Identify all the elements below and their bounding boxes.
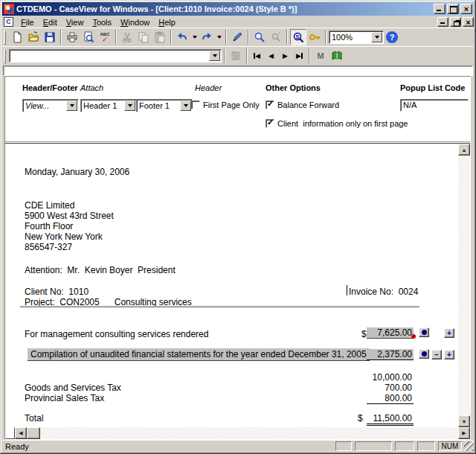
balance-forward-checkbox-box[interactable] bbox=[266, 100, 274, 109]
status-panel bbox=[335, 441, 352, 451]
popup-list-code-input[interactable]: N/A bbox=[400, 99, 469, 112]
menu-view[interactable]: View bbox=[62, 17, 89, 28]
line2-amount-cell[interactable]: 2,375.00 bbox=[367, 349, 414, 360]
zoom-dropdown-icon[interactable] bbox=[371, 32, 382, 42]
header-dropdown-icon[interactable] bbox=[124, 100, 135, 111]
print-preview-button[interactable] bbox=[80, 29, 97, 45]
help-button[interactable] bbox=[384, 29, 400, 45]
redo-button[interactable] bbox=[199, 29, 215, 45]
field-properties-button[interactable] bbox=[228, 48, 244, 64]
view-dropdown-icon[interactable] bbox=[66, 100, 77, 111]
pane-split-box[interactable] bbox=[5, 427, 15, 439]
scroll-down-icon[interactable]: ▼ bbox=[458, 415, 470, 427]
line2-description-cell[interactable]: Compilation of unaudited financial state… bbox=[28, 348, 370, 361]
annotation-dot-icon bbox=[411, 334, 416, 339]
cell-reference-combobox[interactable] bbox=[9, 49, 222, 63]
footer-dropdown[interactable]: Footer 1 bbox=[136, 99, 193, 112]
redo-dropdown-icon[interactable] bbox=[215, 29, 223, 45]
line1-amount-cell[interactable]: 7,625.00 bbox=[367, 327, 414, 339]
popup-dot-icon bbox=[422, 330, 427, 335]
undo-dropdown-icon[interactable] bbox=[190, 29, 199, 45]
line1-add-button[interactable]: + bbox=[444, 328, 454, 338]
invoice-page[interactable]: Monday, January 30, 2006 CDE Limited 590… bbox=[5, 144, 458, 427]
client-info-checkbox[interactable]: Client information only on first page bbox=[266, 119, 408, 128]
gst-amount: 700.00 bbox=[367, 383, 414, 393]
horizontal-scroll-thumb[interactable] bbox=[27, 427, 40, 439]
toolbar-separator bbox=[225, 30, 227, 45]
application-window: CTDEMO - CaseView for Windows - [Client:… bbox=[0, 0, 476, 454]
scroll-up-icon[interactable]: ▲ bbox=[458, 144, 470, 156]
protection-key-button[interactable] bbox=[306, 29, 323, 45]
header-dropdown[interactable]: Header 1 bbox=[80, 99, 137, 112]
toolbar-separator bbox=[115, 30, 117, 45]
view-dropdown[interactable]: View... bbox=[22, 99, 79, 112]
mdi-close-icon[interactable] bbox=[463, 17, 474, 27]
line2-popup-button[interactable] bbox=[419, 349, 429, 359]
client-info-label: Client information only on first page bbox=[277, 119, 408, 128]
print-button[interactable] bbox=[64, 29, 80, 45]
zoom-small-button[interactable] bbox=[268, 29, 284, 45]
attach-label: Attach bbox=[80, 83, 103, 92]
line2-remove-button[interactable]: − bbox=[431, 350, 442, 359]
balance-forward-label: Balance Forward bbox=[277, 100, 339, 109]
client-info-checkbox-box[interactable] bbox=[266, 119, 274, 128]
first-page-button[interactable]: ◀ bbox=[250, 48, 264, 63]
browse-book-button[interactable] bbox=[329, 48, 345, 64]
section-zoom-button[interactable]: S bbox=[290, 29, 306, 45]
section-divider bbox=[20, 306, 419, 308]
line2-add-button[interactable]: + bbox=[444, 350, 454, 359]
balance-forward-checkbox[interactable]: Balance Forward bbox=[266, 100, 339, 109]
first-page-only-checkbox-box[interactable] bbox=[191, 100, 200, 109]
mdi-restore-icon[interactable] bbox=[450, 17, 461, 27]
menu-help[interactable]: Help bbox=[154, 17, 180, 28]
invoice-no: Invoice No: 0024 bbox=[349, 287, 418, 297]
save-button[interactable] bbox=[42, 29, 58, 45]
footer-dropdown-icon[interactable] bbox=[180, 100, 191, 111]
address-line: 856547-327 bbox=[25, 242, 72, 252]
minimize-icon[interactable] bbox=[434, 4, 446, 14]
zoom-button[interactable] bbox=[251, 29, 268, 45]
scroll-right-icon[interactable]: ▶ bbox=[458, 427, 470, 439]
marker-button[interactable]: M bbox=[312, 48, 329, 64]
horizontal-scroll-track[interactable] bbox=[40, 427, 458, 439]
open-button[interactable] bbox=[25, 29, 42, 45]
menu-window[interactable]: Window bbox=[116, 17, 154, 28]
client-no: Client No: 1010 bbox=[25, 287, 89, 297]
zoom-level-combobox[interactable]: 100% bbox=[329, 31, 384, 44]
toolbar-separator bbox=[224, 48, 225, 63]
maximize-icon[interactable] bbox=[447, 4, 459, 14]
paste-button[interactable] bbox=[152, 29, 168, 45]
cell-reference-dropdown-icon[interactable] bbox=[209, 51, 220, 61]
first-page-only-label: First Page Only bbox=[203, 100, 260, 109]
total-amount: 11,500.00 bbox=[367, 413, 414, 426]
resize-grip[interactable] bbox=[464, 441, 474, 451]
spell-check-button[interactable]: ABC bbox=[97, 29, 113, 45]
horizontal-scrollbar[interactable]: ◀ ▶ bbox=[5, 427, 470, 439]
new-document-button[interactable] bbox=[9, 29, 25, 45]
line1-popup-button[interactable] bbox=[419, 327, 429, 337]
pen-edit-button[interactable] bbox=[229, 29, 245, 45]
formula-edit-bar[interactable] bbox=[3, 65, 473, 76]
toolbar-grip[interactable] bbox=[4, 49, 6, 63]
last-page-button[interactable]: ▶ bbox=[292, 48, 306, 63]
total-currency: $ bbox=[358, 413, 363, 423]
cut-button[interactable] bbox=[119, 29, 135, 45]
undo-button[interactable] bbox=[174, 29, 190, 45]
other-options-label: Other Options bbox=[266, 83, 321, 92]
vertical-scrollbar[interactable]: ▲ ▼ bbox=[458, 144, 470, 427]
toolbar-grip[interactable] bbox=[4, 31, 6, 45]
next-page-button[interactable]: ▶ bbox=[278, 48, 292, 63]
status-message: Ready bbox=[2, 442, 332, 451]
previous-page-button[interactable]: ◀ bbox=[264, 48, 278, 63]
menu-tools[interactable]: Tools bbox=[88, 17, 116, 28]
scroll-left-icon[interactable]: ◀ bbox=[15, 427, 27, 439]
document-control-icon[interactable] bbox=[4, 17, 13, 27]
toolbar-separator bbox=[170, 30, 172, 45]
menu-file[interactable]: File bbox=[16, 17, 39, 28]
close-icon[interactable] bbox=[460, 4, 472, 14]
copy-button[interactable] bbox=[135, 29, 152, 45]
toolbar-separator bbox=[246, 48, 248, 63]
menu-edit[interactable]: Edit bbox=[39, 17, 62, 28]
mdi-minimize-icon[interactable] bbox=[437, 17, 448, 27]
first-page-only-checkbox[interactable]: First Page Only bbox=[191, 100, 260, 109]
